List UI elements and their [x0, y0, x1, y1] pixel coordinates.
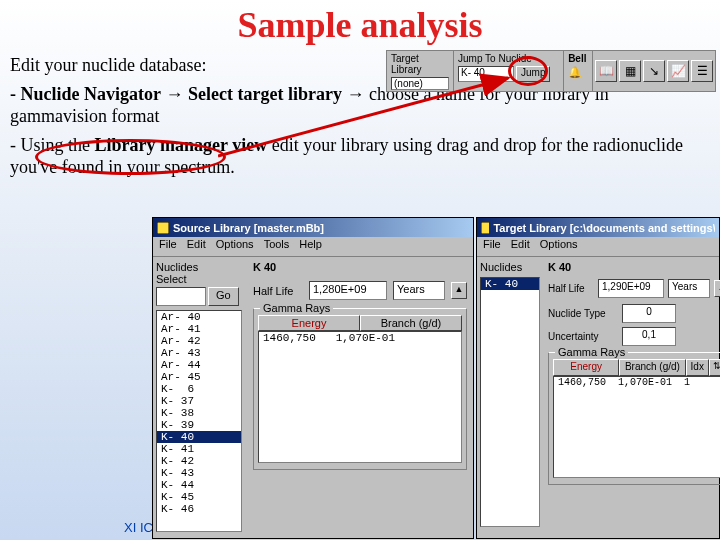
menu-edit[interactable]: Edit	[187, 238, 206, 255]
list-item[interactable]: K- 45	[157, 491, 241, 503]
chart-icon[interactable]: 📈	[667, 60, 689, 82]
uncertainty-field[interactable]: 0,1	[622, 327, 676, 346]
svg-rect-2	[157, 222, 169, 234]
nuclide-type-label: Nuclide Type	[548, 308, 618, 319]
list-item[interactable]: K- 39	[157, 419, 241, 431]
target-library-menubar: File Edit Options	[477, 237, 719, 257]
nuclides-label: Nuclides	[480, 261, 540, 273]
menu-options[interactable]: Options	[216, 238, 254, 255]
list-item[interactable]: Ar- 43	[157, 347, 241, 359]
book-icon[interactable]: 📖	[595, 60, 617, 82]
half-life-unit[interactable]: Years	[668, 279, 710, 298]
nuclide-type-field[interactable]: 0	[622, 304, 676, 323]
go-button[interactable]: Go	[208, 287, 239, 306]
target-library-titlebar[interactable]: Target Library [c:\documents and setting…	[477, 218, 719, 237]
list-item[interactable]: Ar- 45	[157, 371, 241, 383]
menu-file[interactable]: File	[159, 238, 177, 255]
stepper-icon[interactable]: ▲	[714, 280, 720, 297]
instr-line-3: - Using the Library manager view edit yo…	[10, 134, 710, 179]
gamma-rays-label: Gamma Rays	[260, 302, 333, 314]
half-life-field[interactable]: 1,290E+09	[598, 279, 664, 298]
menu-edit[interactable]: Edit	[511, 238, 530, 255]
jump-to-nuclide-label: Jump To Nuclide	[458, 53, 559, 64]
list-item[interactable]: Ar- 40	[157, 311, 241, 323]
gamma-rays-group: Gamma Rays Energy Branch (g/d) 1460,750 …	[253, 308, 467, 470]
col-energy[interactable]: Energy	[258, 315, 360, 331]
app-icon	[157, 222, 169, 234]
page-title: Sample analysis	[0, 4, 720, 46]
list-item[interactable]: K- 40	[157, 431, 241, 443]
half-life-label: Half Life	[548, 283, 594, 294]
list-item[interactable]: Ar- 44	[157, 359, 241, 371]
list-item[interactable]: K- 44	[157, 479, 241, 491]
table-row[interactable]: 1460,750 1,070E-01 1	[554, 377, 720, 388]
nuclide-title: K 40	[253, 261, 467, 273]
half-life-label: Half Life	[253, 285, 303, 297]
bell-label: Bell	[568, 53, 588, 64]
target-library-label: Target Library	[391, 53, 449, 75]
gamma-rays-label: Gamma Rays	[555, 346, 628, 358]
target-library-field[interactable]: (none)	[391, 77, 449, 90]
navigator-toolbar: Target Library (none) Jump To Nuclide K-…	[386, 50, 716, 92]
table-row[interactable]: 1460,750 1,070E-01	[259, 332, 461, 344]
bell-icon[interactable]: 🔔	[568, 66, 588, 79]
half-life-field[interactable]: 1,280E+09	[309, 281, 387, 300]
list-item[interactable]: Ar- 42	[157, 335, 241, 347]
gamma-table[interactable]: 1460,750 1,070E-01 1	[553, 376, 720, 478]
jump-to-nuclide-field[interactable]: K- 40	[458, 66, 514, 82]
source-library-window: Source Library [master.mBb] File Edit Op…	[152, 217, 474, 539]
source-library-menubar: File Edit Options Tools Help	[153, 237, 473, 257]
app-icon	[481, 222, 489, 234]
jump-button[interactable]: Jump	[516, 66, 550, 82]
sort-icon[interactable]: ⇅	[709, 359, 720, 376]
list-item[interactable]: K- 37	[157, 395, 241, 407]
select-label: Select	[156, 273, 244, 285]
half-life-unit[interactable]: Years	[393, 281, 445, 300]
menu-options[interactable]: Options	[540, 238, 578, 255]
nuclide-list[interactable]: Ar- 40Ar- 41Ar- 42Ar- 43Ar- 44Ar- 45K- 6…	[156, 310, 242, 532]
col-energy[interactable]: Energy	[553, 359, 619, 376]
svg-rect-3	[481, 222, 489, 234]
col-branch[interactable]: Branch (g/d)	[360, 315, 462, 331]
target-nuclide-list[interactable]: K- 40	[480, 277, 540, 527]
gamma-table[interactable]: 1460,750 1,070E-01	[258, 331, 462, 463]
col-idx[interactable]: Idx	[686, 359, 709, 376]
list-item[interactable]: K- 38	[157, 407, 241, 419]
arrow-down-icon[interactable]: ↘	[643, 60, 665, 82]
target-library-window: Target Library [c:\documents and setting…	[476, 217, 720, 539]
select-field[interactable]	[156, 287, 206, 306]
nuclides-label: Nuclides	[156, 261, 244, 273]
gamma-rays-group: Gamma Rays Energy Branch (g/d) Idx ⇅ 146…	[548, 352, 720, 485]
list-item[interactable]: K- 40	[481, 278, 539, 290]
list-item[interactable]: K- 41	[157, 443, 241, 455]
list-item[interactable]: K- 42	[157, 455, 241, 467]
menu-file[interactable]: File	[483, 238, 501, 255]
list-item[interactable]: K- 46	[157, 503, 241, 515]
table-icon[interactable]: ☰	[691, 60, 713, 82]
list-item[interactable]: K- 6	[157, 383, 241, 395]
nuclide-title: K 40	[548, 261, 720, 273]
grid-icon[interactable]: ▦	[619, 60, 641, 82]
list-item[interactable]: Ar- 41	[157, 323, 241, 335]
stepper-up-icon[interactable]: ▲	[451, 282, 467, 299]
col-branch[interactable]: Branch (g/d)	[619, 359, 685, 376]
menu-tools[interactable]: Tools	[264, 238, 290, 255]
list-item[interactable]: K- 43	[157, 467, 241, 479]
menu-help[interactable]: Help	[299, 238, 322, 255]
source-library-titlebar[interactable]: Source Library [master.mBb]	[153, 218, 473, 237]
uncertainty-label: Uncertainty	[548, 331, 618, 342]
